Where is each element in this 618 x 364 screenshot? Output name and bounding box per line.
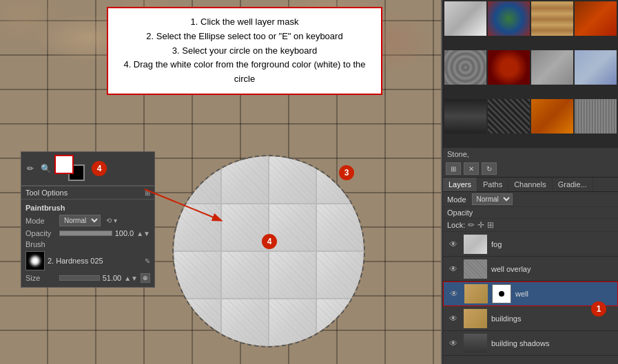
zoom-icon[interactable]: 🔍 <box>39 162 52 175</box>
layers-opacity-label: Opacity <box>447 208 473 217</box>
brush-preview[interactable] <box>25 251 45 270</box>
grid-cell <box>174 204 221 251</box>
tool-options-header: Tool Options ⊞ <box>21 186 154 200</box>
delete-layer-icon[interactable]: ✕ <box>464 162 479 175</box>
badge-3: 3 <box>339 165 354 180</box>
grid-cell <box>316 299 364 346</box>
visibility-building-shadows[interactable]: 👁 <box>447 339 460 348</box>
badge-4-tools: 4 <box>92 161 107 176</box>
new-layer-icon[interactable]: ⊞ <box>446 162 461 175</box>
tab-layers[interactable]: Layers <box>443 178 477 191</box>
grid-cell <box>269 251 316 299</box>
lock-row: Lock: ✏ ✛ ⊞ <box>443 219 618 232</box>
tab-channels[interactable]: Channels <box>508 178 552 191</box>
opacity-row: Opacity <box>443 207 618 219</box>
mode-row: Mode Normal <box>443 192 618 207</box>
lock-alpha-icon[interactable]: ⊞ <box>487 220 494 230</box>
texture-lines[interactable] <box>575 99 617 133</box>
opacity-value: 100.0 <box>115 229 134 237</box>
pencil-icon[interactable]: ✏ <box>24 162 37 175</box>
texture-scale[interactable] <box>444 50 486 85</box>
thumb-well <box>464 284 488 303</box>
circle-selection <box>172 155 365 347</box>
color-swatches[interactable] <box>54 155 86 182</box>
texture-stripe[interactable] <box>488 99 530 133</box>
grid-cell <box>316 204 364 251</box>
grid-cell <box>269 156 316 204</box>
lock-label: Lock: <box>447 221 465 229</box>
layer-building-shadows-name: building shadows <box>491 339 614 347</box>
thumb-well-overlay <box>464 259 487 279</box>
visibility-well[interactable]: 👁 <box>448 289 460 299</box>
layers-panel: Mode Normal Opacity Lock: ✏ ✛ ⊞ 👁 fog 👁 … <box>443 192 618 356</box>
thumb-buildings <box>464 309 487 328</box>
mask-well[interactable] <box>492 284 511 303</box>
texture-fog[interactable] <box>444 1 486 36</box>
panel-toolbar: ⊞ ✕ ↻ <box>443 160 618 178</box>
size-label: Size <box>25 274 56 282</box>
thumb-building-shadows <box>464 334 487 353</box>
tool-options-icon[interactable]: ⊞ <box>145 189 150 197</box>
lock-paint-icon[interactable]: ✏ <box>468 220 475 230</box>
grid-cell <box>174 299 221 346</box>
layer-fog[interactable]: 👁 fog <box>443 232 618 257</box>
size-value: 51.00 <box>103 274 122 282</box>
grid-cell <box>316 251 364 299</box>
mode-label: Mode <box>25 217 56 225</box>
instruction-box: 1. Click the well layer mask 2. Select t… <box>107 7 382 95</box>
texture-dark[interactable] <box>444 99 486 133</box>
refresh-icon[interactable]: ↻ <box>482 162 497 175</box>
tool-options-label: Tool Options <box>25 189 68 197</box>
texture-wood[interactable] <box>531 1 573 36</box>
left-panel: ✏ 🔍 4 Tool Options ⊞ Paintbrush Mode Nor… <box>21 151 155 288</box>
texture-grey[interactable] <box>531 50 573 85</box>
foreground-color[interactable] <box>54 155 74 174</box>
mode-select[interactable]: Normal Multiply Screen <box>59 215 101 226</box>
visibility-fog[interactable]: 👁 <box>447 239 460 249</box>
layer-well[interactable]: 👁 well <box>443 281 618 306</box>
stone-label: Stone, <box>443 148 618 160</box>
tab-paths[interactable]: Paths <box>477 178 508 191</box>
instruction-line3: 3. Select your circle on the keyboard <box>172 45 317 56</box>
tabs-bar: Layers Paths Channels Gradie... <box>443 178 618 192</box>
texture-cloud[interactable] <box>575 50 617 85</box>
tool-name: Paintbrush <box>25 202 150 213</box>
tab-gradients[interactable]: Gradie... <box>553 178 593 191</box>
layer-well-name: well <box>515 290 613 298</box>
texture-orange[interactable] <box>531 99 573 133</box>
layer-well-overlay[interactable]: 👁 well overlay <box>443 257 618 281</box>
opacity-label: Opacity <box>25 229 56 237</box>
grid-cell <box>174 251 221 299</box>
instruction-line2: 2. Select the Ellipse select too or "E" … <box>146 31 342 41</box>
texture-swirl[interactable] <box>488 1 530 36</box>
thumb-fog <box>464 235 487 254</box>
brush-edit-icon[interactable]: ✎ <box>145 257 150 265</box>
brush-name: 2. Hardness 025 <box>48 257 103 265</box>
texture-grid <box>443 0 618 148</box>
grid-cell <box>221 299 269 346</box>
texture-rust[interactable] <box>575 1 617 36</box>
layer-well-overlay-name: well overlay <box>491 265 614 273</box>
grid-cell <box>316 156 364 204</box>
layer-building-shadows[interactable]: 👁 building shadows <box>443 331 618 356</box>
badge-1: 1 <box>591 301 606 317</box>
grid-cell <box>221 251 269 299</box>
mask-dot <box>499 291 504 297</box>
brush-label: Brush <box>25 240 56 248</box>
size-slider[interactable] <box>59 275 100 281</box>
size-icon[interactable]: ⊕ <box>141 273 150 283</box>
lock-move-icon[interactable]: ✛ <box>477 220 484 230</box>
opacity-slider[interactable] <box>59 231 112 236</box>
grid-cell <box>174 156 221 204</box>
instruction-line1: 1. Click the well layer mask <box>191 17 299 27</box>
paintbrush-section: Paintbrush Mode Normal Multiply Screen ⟲… <box>21 200 154 287</box>
mode-arrows[interactable]: ⟲ ▾ <box>106 217 117 224</box>
visibility-well-overlay[interactable]: 👁 <box>447 264 460 274</box>
layers-mode-label: Mode <box>447 195 466 204</box>
instruction-line4: 4. Drag the white color from the forgrou… <box>123 59 365 84</box>
layers-mode-select[interactable]: Normal <box>472 193 513 205</box>
grid-cell <box>269 299 316 346</box>
visibility-buildings[interactable]: 👁 <box>447 314 460 323</box>
badge-4-center: 4 <box>262 234 277 249</box>
texture-emblem[interactable] <box>488 50 530 85</box>
